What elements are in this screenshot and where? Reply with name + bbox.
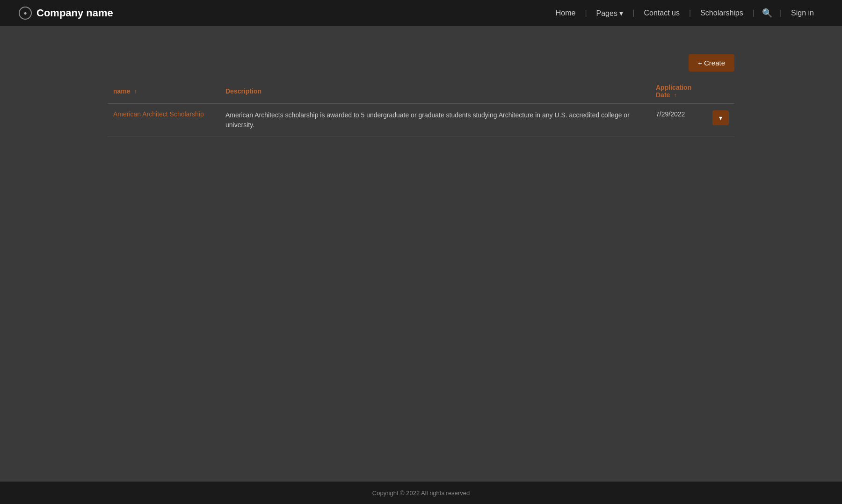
table-header: name ↑ Description Application Date ↑ — [108, 79, 734, 104]
search-icon[interactable]: 🔍 — [755, 8, 780, 18]
sort-icon-name: ↑ — [134, 88, 137, 95]
pages-dropdown-icon: ▾ — [619, 9, 623, 17]
scholarship-action-cell: ▾ — [706, 104, 734, 137]
col-application-date: Application Date ↑ — [650, 79, 706, 104]
sort-icon-date: ↑ — [674, 92, 676, 99]
create-bar: + Create — [108, 54, 734, 72]
scholarship-date-cell: 7/29/2022 — [650, 104, 706, 137]
col-name: name ↑ — [108, 79, 220, 104]
navbar: ● Company name Home | Pages ▾ | Contact … — [0, 0, 842, 26]
scholarship-name-cell[interactable]: American Architect Scholarship — [108, 104, 220, 137]
create-button[interactable]: + Create — [689, 54, 734, 72]
footer: Copyright © 2022 All rights reserved — [0, 482, 842, 504]
nav-home[interactable]: Home — [546, 9, 585, 17]
col-actions — [706, 79, 734, 104]
brand: ● Company name — [19, 7, 113, 20]
scholarship-table: name ↑ Description Application Date ↑ Am… — [108, 79, 734, 137]
col-description: Description — [220, 79, 650, 104]
main-content: + Create name ↑ Description Application … — [0, 26, 842, 137]
brand-icon: ● — [19, 7, 32, 20]
nav-contact-us[interactable]: Contact us — [635, 9, 689, 17]
table-body: American Architect ScholarshipAmerican A… — [108, 104, 734, 137]
nav-links: Home | Pages ▾ | Contact us | Scholarshi… — [546, 8, 823, 18]
brand-name: Company name — [36, 7, 113, 19]
nav-scholarships[interactable]: Scholarships — [691, 9, 753, 17]
nav-sign-in[interactable]: Sign in — [782, 9, 823, 17]
table-row: American Architect ScholarshipAmerican A… — [108, 104, 734, 137]
scholarship-description-cell: American Architects scholarship is award… — [220, 104, 650, 137]
row-dropdown-button[interactable]: ▾ — [712, 110, 729, 125]
nav-pages[interactable]: Pages ▾ — [587, 9, 633, 18]
copyright-text: Copyright © 2022 All rights reserved — [372, 490, 470, 497]
